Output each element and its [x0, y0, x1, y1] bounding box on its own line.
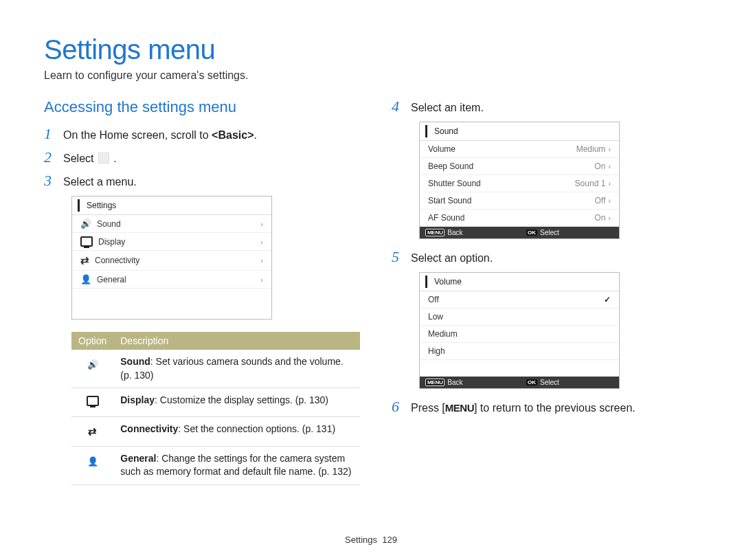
volume-row-label: Off — [428, 295, 439, 304]
step-number-4: 4 — [392, 98, 404, 115]
menu-button-icon: MENU — [425, 379, 445, 386]
sound-row-label: Start Sound — [428, 196, 471, 205]
page-subtitle: Learn to configure your camera's setting… — [44, 69, 698, 82]
display-icon — [87, 396, 99, 406]
ok-button-icon: OK — [526, 229, 537, 236]
footer-section: Settings — [345, 535, 377, 545]
menu-button-label: MENU — [445, 401, 474, 416]
sound-row-af[interactable]: AF Sound On› — [420, 210, 619, 227]
volume-row-label: Low — [428, 312, 443, 322]
header-bar-icon — [78, 199, 80, 212]
sound-icon — [87, 357, 98, 370]
desc-bold: Connectivity — [120, 423, 178, 434]
settings-screenshot-title: Settings — [87, 201, 116, 210]
step-number-6: 6 — [392, 399, 404, 415]
chevron-right-icon: › — [608, 214, 611, 222]
sound-row-label: Volume — [428, 144, 456, 154]
sound-row-start[interactable]: Start Sound Off› — [420, 192, 619, 210]
settings-row-general[interactable]: General › — [72, 271, 271, 289]
screenshot-blank-area — [72, 289, 271, 319]
step-number-2: 2 — [44, 149, 56, 166]
sound-screenshot: Sound Volume Medium› Beep Sound On› Shut… — [419, 122, 620, 239]
settings-row-label: Sound — [97, 219, 121, 229]
page: Settings menu Learn to configure your ca… — [0, 0, 742, 560]
right-column: 4 Select an item. Sound Volume Medium› B… — [392, 98, 698, 485]
volume-row-high[interactable]: High — [420, 343, 619, 360]
settings-row-connectivity[interactable]: Connectivity › — [72, 251, 271, 271]
settings-row-label: General — [97, 275, 126, 284]
volume-row-low[interactable]: Low — [420, 309, 619, 326]
table-row: Connectivity: Set the connection options… — [71, 417, 360, 446]
volume-row-off[interactable]: Off ✓ — [420, 291, 619, 309]
description-table: Option Description Sound: Set various ca… — [71, 332, 360, 485]
desc-page: (p. 130) — [295, 394, 328, 405]
footer-back-label: Back — [447, 229, 462, 236]
menu-button-icon: MENU — [425, 229, 445, 236]
sound-row-value: On — [594, 161, 605, 171]
step-4-text: Select an item. — [411, 98, 484, 116]
table-row: Display: Customize the display settings.… — [71, 388, 360, 417]
step-6-text-post: ] to return to the previous screen. — [474, 402, 636, 414]
step-2-text-pre: Select — [63, 153, 97, 164]
sound-row-label: AF Sound — [428, 213, 464, 223]
step-1-text-post: . — [254, 129, 256, 141]
table-row: General: Change the settings for the cam… — [71, 446, 360, 484]
settings-screenshot-header: Settings — [72, 197, 271, 215]
table-header-option: Option — [71, 332, 113, 350]
step-number-5: 5 — [392, 249, 404, 265]
display-icon — [80, 236, 93, 247]
desc-page: (p. 130) — [120, 370, 153, 381]
general-icon — [80, 274, 91, 284]
header-bar-icon — [425, 125, 427, 137]
header-bar-icon — [425, 276, 427, 288]
sound-screenshot-footer: MENUBack OKSelect — [420, 227, 619, 238]
chevron-right-icon: › — [608, 145, 611, 153]
settings-screenshot: Settings Sound › Display › Connectivity … — [71, 196, 272, 320]
screenshot-blank-area — [420, 360, 619, 377]
desc-bold: Display — [120, 394, 155, 405]
step-number-3: 3 — [44, 172, 56, 189]
footer-select-label: Select — [540, 229, 559, 236]
sound-row-label: Beep Sound — [428, 161, 473, 171]
volume-list: Off ✓ Low Medium High — [420, 291, 619, 360]
connectivity-icon — [88, 424, 97, 438]
table-header-desc: Description — [113, 332, 360, 350]
sound-screenshot-header: Sound — [420, 122, 619, 141]
sound-row-beep[interactable]: Beep Sound On› — [420, 158, 619, 175]
settings-icon — [98, 153, 109, 164]
desc-bold: Sound — [120, 356, 150, 367]
settings-row-label: Display — [98, 237, 125, 247]
chevron-right-icon: › — [608, 179, 611, 188]
general-icon — [87, 453, 98, 467]
desc-page: (p. 132) — [318, 466, 351, 477]
footer-page-number: 129 — [382, 535, 397, 545]
step-1-text-pre: On the Home screen, scroll to — [63, 129, 212, 141]
sound-row-volume[interactable]: Volume Medium› — [420, 141, 619, 158]
step-3: 3 Select a menu. — [44, 172, 350, 190]
desc-text: : Customize the display settings. — [155, 394, 295, 405]
step-6: 6 Press [MENU] to return to the previous… — [392, 399, 698, 416]
table-row: Sound: Set various camera sounds and the… — [71, 350, 360, 388]
sound-row-value: Off — [595, 196, 606, 205]
two-column-layout: Accessing the settings menu 1 On the Hom… — [44, 98, 698, 485]
settings-list: Sound › Display › Connectivity › General… — [72, 215, 271, 289]
sound-row-shutter[interactable]: Shutter Sound Sound 1› — [420, 175, 619, 192]
settings-row-sound[interactable]: Sound › — [72, 215, 271, 233]
settings-row-display[interactable]: Display › — [72, 233, 271, 251]
page-title: Settings menu — [44, 34, 698, 65]
volume-screenshot-header: Volume — [420, 273, 619, 291]
chevron-right-icon: › — [260, 256, 263, 265]
step-6-text-pre: Press [ — [411, 402, 445, 414]
settings-row-label: Connectivity — [95, 256, 139, 265]
step-1-bold: <Basic> — [212, 129, 254, 141]
chevron-right-icon: › — [260, 220, 263, 228]
volume-row-label: High — [428, 346, 445, 356]
desc-page: (p. 131) — [302, 423, 335, 434]
desc-text: : Set the connection options. — [178, 423, 302, 434]
sound-screenshot-title: Sound — [434, 126, 458, 136]
desc-text: : Set various camera sounds and the volu… — [150, 356, 344, 367]
step-2-text-post: . — [111, 153, 117, 164]
volume-row-medium[interactable]: Medium — [420, 326, 619, 343]
step-5: 5 Select an option. — [392, 249, 698, 267]
section-heading: Accessing the settings menu — [44, 98, 350, 116]
